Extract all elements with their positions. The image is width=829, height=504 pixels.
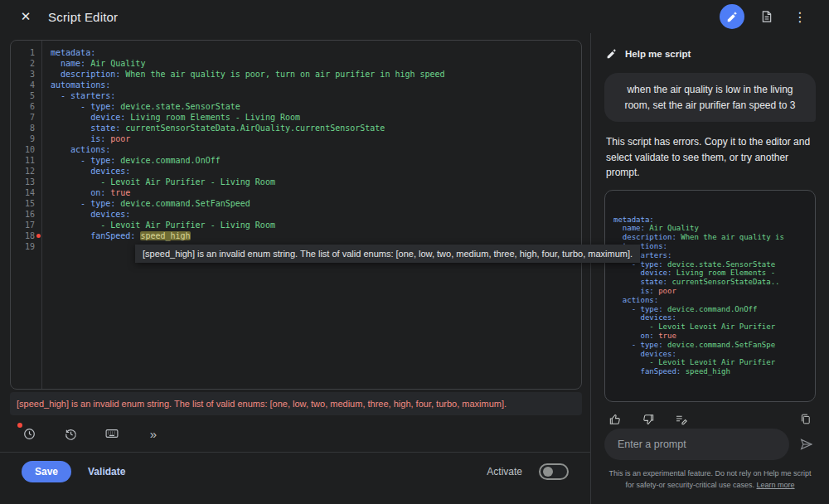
line-number: 19 [11,241,35,252]
topbar: ✕ Script Editor ⋮ [0,0,829,33]
line-number: 16 [11,209,35,220]
code-token: description: [51,70,120,79]
code-line[interactable]: metadata: [51,47,581,58]
code-token: metadata: [613,216,654,224]
send-button[interactable] [797,435,816,453]
more-options-button[interactable]: ⋮ [789,6,811,27]
code-token: fanSpeed: [51,231,135,240]
bottom-action-bar: Save Validate Activate [0,452,590,490]
code-token: - type: [51,156,115,165]
code-line[interactable]: - type: device.command.OnOff [51,155,581,166]
thumbs-up-icon [608,413,622,426]
code-token: on: [613,332,654,340]
copy-script-button[interactable] [797,412,812,427]
error-badge [17,423,22,428]
activate-toggle[interactable] [539,463,569,480]
close-button[interactable]: ✕ [15,6,36,27]
code-line[interactable]: description: When the air quality is poo… [51,69,581,80]
code-line: devices: [613,350,807,359]
code-line[interactable]: on: true [51,187,581,198]
code-token: automations: [51,80,110,90]
keyboard-shortcuts-button[interactable] [103,424,121,443]
code-editor[interactable]: 12345678910111213141516171819 metadata: … [10,40,582,390]
pen-spark-icon [606,48,618,60]
code-token: - Levoit Levoit Air Purifier [613,322,775,331]
line-number: 12 [11,166,35,177]
code-line: - type: device.state.SensorState [613,260,807,269]
line-number: 8 [11,123,35,133]
code-token: devices: [51,210,130,219]
expand-toolbar-button[interactable]: » [144,424,162,443]
close-icon: ✕ [21,9,32,24]
code-token: speed_high [681,367,730,376]
editor-gutter: 12345678910111213141516171819 [11,41,42,389]
edit-script-button[interactable] [674,412,689,427]
thumbs-up-button[interactable] [608,412,623,427]
assistant-response: This script has errors. Copy it to the e… [606,134,814,181]
error-tooltip: [speed_high] is an invalid enum string. … [135,245,640,263]
learn-more-link[interactable]: Learn more [757,481,795,489]
code-line[interactable]: actions: [51,144,581,155]
code-line[interactable]: - Levoit Air Purifier - Living Room [51,177,581,187]
thumbs-down-button[interactable] [641,412,656,427]
code-token: device.state.SensorState [115,102,240,111]
code-line: on: true [613,332,807,341]
main-layout: 12345678910111213141516171819 metadata: … [0,33,829,504]
validate-button[interactable]: Validate [88,466,125,477]
code-token: state: [51,124,120,133]
code-token: device.state.SensorState [663,260,775,269]
code-line: fanSpeed: speed_high [613,367,807,376]
code-line: - type: device.command.SetFanSpe [613,341,807,350]
code-token: device.command.SetFanSpe [663,341,775,349]
code-line[interactable]: name: Air Quality [51,58,581,69]
code-line: - Levoit Levoit Air Purifier [613,322,807,332]
panel-title: Help me script [625,49,691,59]
code-line[interactable]: devices: [51,166,581,177]
code-token: actions: [613,296,658,304]
feedback-row [608,412,812,427]
editor-pane: 12345678910111213141516171819 metadata: … [0,33,590,504]
code-line[interactable]: - Levoit Air Purifier - Living Room [51,220,581,230]
line-number: 3 [11,69,35,80]
code-line: device: Living room Elements - [613,269,807,278]
code-line[interactable]: - starters: [51,90,581,101]
generated-script-block: metadata: name: Air Quality description:… [604,190,816,402]
prompt-row [604,429,816,460]
code-token: - type: [51,102,115,111]
code-line[interactable]: state: currentSensorStateData.AirQuality… [51,123,581,133]
code-line[interactable]: is: poor [51,133,581,144]
line-number: 17 [11,220,35,230]
script-examples-button[interactable] [756,6,778,27]
code-line: - starters: [613,251,807,260]
double-chevron-icon: » [150,427,157,441]
more-vert-icon: ⋮ [793,9,807,25]
code-line[interactable]: automations: [51,80,581,90]
panel-code-lines: metadata: name: Air Quality description:… [613,216,807,376]
code-token: device.command.SetFanSpeed [115,199,250,208]
code-token: is: [51,134,105,143]
code-line[interactable]: devices: [51,209,581,220]
send-icon [799,437,814,452]
code-line[interactable]: device: Living room Elements - Living Ro… [51,112,581,123]
help-me-script-button[interactable] [720,4,744,29]
experimental-disclaimer: This is an experimental feature. Do not … [604,468,816,492]
toggle-knob [543,467,553,477]
error-dot [36,234,41,239]
save-button[interactable]: Save [22,461,71,482]
line-number: 6 [11,101,35,112]
code-line: devices: [613,313,807,322]
code-token: true [105,188,130,197]
history-button[interactable] [61,424,80,443]
code-token: speed_high [140,231,190,240]
line-number: 7 [11,112,35,123]
code-token: actions: [51,145,110,154]
code-line: metadata: [613,216,807,225]
problems-button[interactable] [20,424,38,443]
code-token: on: [51,188,105,197]
code-line[interactable]: fanSpeed: speed_high [51,230,581,241]
line-number: 5 [11,90,35,101]
code-line[interactable]: - type: device.command.SetFanSpeed [51,198,581,209]
code-line[interactable]: - type: device.state.SensorState [51,101,581,112]
panel-header: Help me script [606,48,816,60]
prompt-input[interactable] [604,429,789,460]
